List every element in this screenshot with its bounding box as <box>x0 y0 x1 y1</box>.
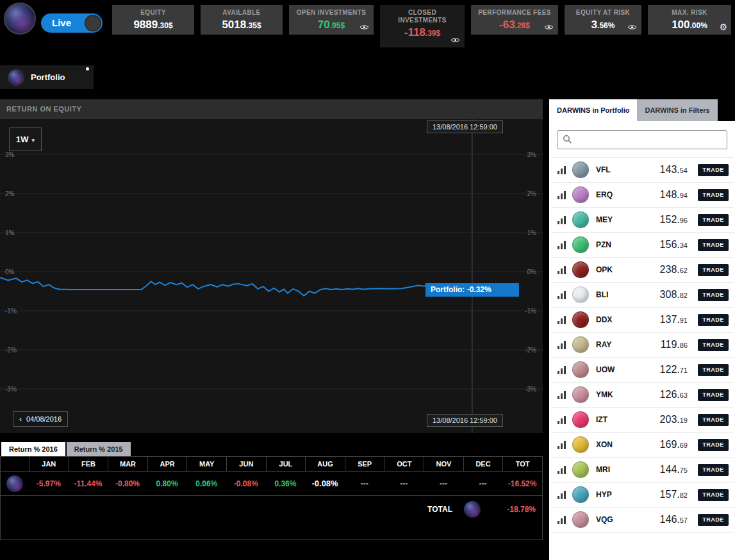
darwin-price: 122.71 <box>660 364 688 375</box>
darwin-avatar <box>572 186 589 203</box>
darwin-row[interactable]: XON 169.69 TRADE <box>552 432 734 457</box>
darwin-avatar <box>572 261 589 278</box>
timeframe-selector[interactable]: 1W▾ <box>9 128 42 151</box>
bar-chart-icon <box>557 465 566 475</box>
eye-icon[interactable] <box>359 24 369 30</box>
trade-button[interactable]: TRADE <box>698 364 729 376</box>
total-return-value: -18.78% <box>481 505 536 514</box>
darwin-row[interactable]: BLI 308.82 TRADE <box>552 283 734 308</box>
darwin-ticker: PZN <box>596 240 625 249</box>
portfolio-returns-row: -5.97%-11.44%-0.80%0.80%0.06%-0.08%0.36%… <box>1 472 542 496</box>
darwin-row[interactable]: MRI 144.75 TRADE <box>552 457 734 482</box>
chart-date-nav[interactable]: ‹04/08/2016 <box>13 411 68 427</box>
darwin-row[interactable]: PZN 156.34 TRADE <box>552 233 734 258</box>
trade-button[interactable]: TRADE <box>698 439 729 451</box>
trade-button[interactable]: TRADE <box>698 489 729 501</box>
darwin-ticker: OPK <box>596 265 625 274</box>
darwin-avatar <box>572 511 589 528</box>
darwin-avatar <box>572 361 589 378</box>
stat-value: 9889.30$ <box>112 19 194 31</box>
darwin-ticker: DDX <box>596 315 625 324</box>
tab-darwins-in-portfolio[interactable]: DARWINS in Portfolio <box>549 99 637 121</box>
month-return-value: --- <box>424 479 463 488</box>
month-return-value: --- <box>345 479 384 488</box>
bar-chart-icon <box>557 290 566 300</box>
trade-button[interactable]: TRADE <box>698 414 729 426</box>
darwin-price: 126.63 <box>660 389 688 400</box>
stat-label: EQUITY AT RISK <box>565 9 641 17</box>
crosshair-date-top: 13/08/2016 12:59:00 <box>427 120 503 133</box>
month-column-header: FEB <box>69 457 108 471</box>
live-toggle-label: Live <box>52 17 71 28</box>
trade-button[interactable]: TRADE <box>698 164 729 176</box>
darwin-row[interactable]: DDX 137.91 TRADE <box>552 308 734 333</box>
trade-button[interactable]: TRADE <box>698 514 729 526</box>
darwin-row[interactable]: IZT 203.19 TRADE <box>552 408 734 432</box>
bar-chart-icon <box>557 390 566 400</box>
month-column-header: AUG <box>305 457 345 471</box>
darwin-row[interactable]: UOW 122.71 TRADE <box>552 358 734 383</box>
month-column-header: OCT <box>384 457 424 471</box>
trade-button[interactable]: TRADE <box>698 214 729 226</box>
tab-return-2016[interactable]: Return % 2016 <box>1 442 65 456</box>
stat-label: EQUITY <box>112 9 194 17</box>
darwin-row[interactable]: VFL 143.54 TRADE <box>552 158 734 183</box>
darwin-ticker: HYP <box>596 490 625 499</box>
darwin-avatar <box>572 161 589 178</box>
trade-button[interactable]: TRADE <box>698 464 729 476</box>
trade-button[interactable]: TRADE <box>698 239 729 251</box>
darwin-row[interactable]: VQG 146.57 TRADE <box>552 507 734 532</box>
bar-chart-icon <box>557 515 566 525</box>
eye-icon[interactable] <box>627 24 637 30</box>
eye-icon[interactable] <box>450 37 460 43</box>
chart-plot-area[interactable]: 1W▾ 13/08/2016 12:59:00 13/08/2016 12:59… <box>0 119 543 433</box>
tab-portfolio[interactable]: Portfolio <box>0 65 94 89</box>
portfolio-avatar <box>6 475 23 492</box>
bar-chart-icon <box>557 215 566 225</box>
darwin-avatar <box>572 311 589 328</box>
bar-chart-icon <box>557 490 566 500</box>
month-return-value: -16.52% <box>502 479 542 488</box>
month-return-value: -0.08% <box>305 479 345 488</box>
darwin-price: 203.19 <box>660 414 688 425</box>
tab-return-2015[interactable]: Return % 2015 <box>67 442 131 456</box>
darwin-row[interactable]: YMK 126.63 TRADE <box>552 383 734 408</box>
trade-button[interactable]: TRADE <box>698 189 729 201</box>
stat-label: PERFORMANCE FEES <box>471 9 558 17</box>
darwin-avatar <box>572 436 589 453</box>
table-bottom-space <box>1 523 542 539</box>
darwin-row[interactable]: RAY 119.86 TRADE <box>552 333 734 358</box>
crosshair-date-bottom: 13/08/2016 12:59:00 <box>427 414 503 427</box>
notification-dot <box>86 67 89 70</box>
month-return-value: -0.80% <box>108 479 147 488</box>
trade-button[interactable]: TRADE <box>698 314 729 326</box>
live-toggle[interactable]: Live <box>41 13 103 33</box>
trade-button[interactable]: TRADE <box>698 389 729 401</box>
darwins-panel: DARWINS in Portfolio DARWINS in Filters … <box>549 99 735 560</box>
portfolio-avatar <box>464 501 481 518</box>
darwin-ticker: YMK <box>596 390 625 399</box>
gear-icon[interactable]: ⚙ <box>719 22 727 32</box>
tab-darwins-in-filters[interactable]: DARWINS in Filters <box>637 99 717 121</box>
darwin-price: 156.34 <box>660 239 688 251</box>
darwin-row[interactable]: OPK 238.62 TRADE <box>552 258 734 283</box>
darwin-row[interactable]: MEY 152.96 TRADE <box>552 208 734 233</box>
bar-chart-icon <box>557 165 566 175</box>
search-input[interactable] <box>557 130 727 149</box>
trade-button[interactable]: TRADE <box>698 289 729 301</box>
eye-icon[interactable] <box>544 24 554 30</box>
darwin-avatar <box>572 461 589 478</box>
stat-open-investments: OPEN INVESTMENTS 70.95$ <box>289 5 374 35</box>
month-column-header: APR <box>147 457 187 471</box>
darwin-row[interactable]: HYP 157.82 TRADE <box>552 482 734 507</box>
account-avatar[interactable] <box>4 3 36 35</box>
trade-button[interactable]: TRADE <box>698 339 729 351</box>
darwin-row[interactable]: ERQ 148.94 TRADE <box>552 183 734 208</box>
month-return-value: -0.08% <box>226 479 266 488</box>
darwin-price: 137.91 <box>660 314 688 325</box>
bar-chart-icon <box>557 340 566 350</box>
trade-button[interactable]: TRADE <box>698 264 729 276</box>
month-return-value: 0.80% <box>147 479 187 488</box>
darwin-price: 157.82 <box>660 489 688 500</box>
stat-closed-investments: CLOSED INVESTMENTS -118.39$ <box>380 5 465 47</box>
